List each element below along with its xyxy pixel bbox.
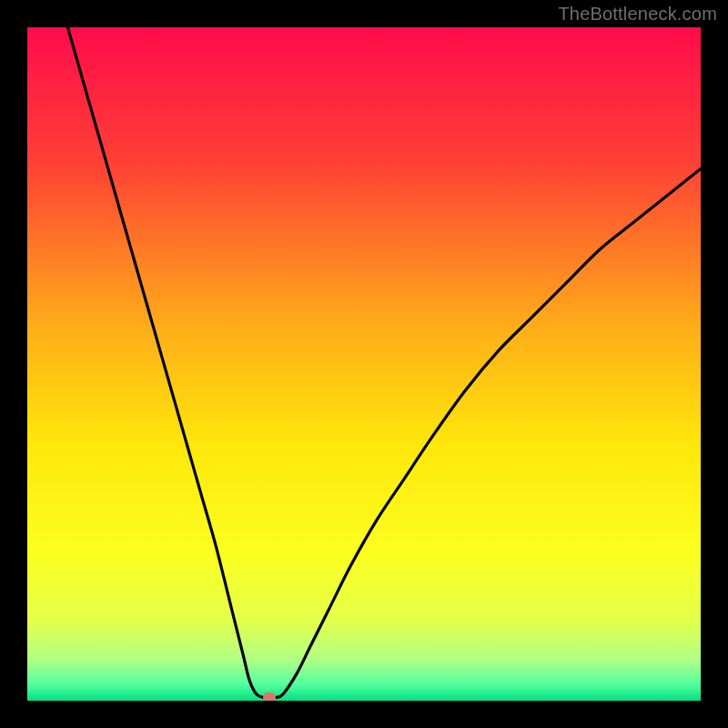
- chart-frame: TheBottleneck.com: [0, 0, 728, 728]
- bottleneck-curve: [27, 27, 701, 701]
- optimal-point-marker: [263, 693, 276, 701]
- plot-area: [27, 27, 701, 701]
- watermark-text: TheBottleneck.com: [558, 4, 717, 25]
